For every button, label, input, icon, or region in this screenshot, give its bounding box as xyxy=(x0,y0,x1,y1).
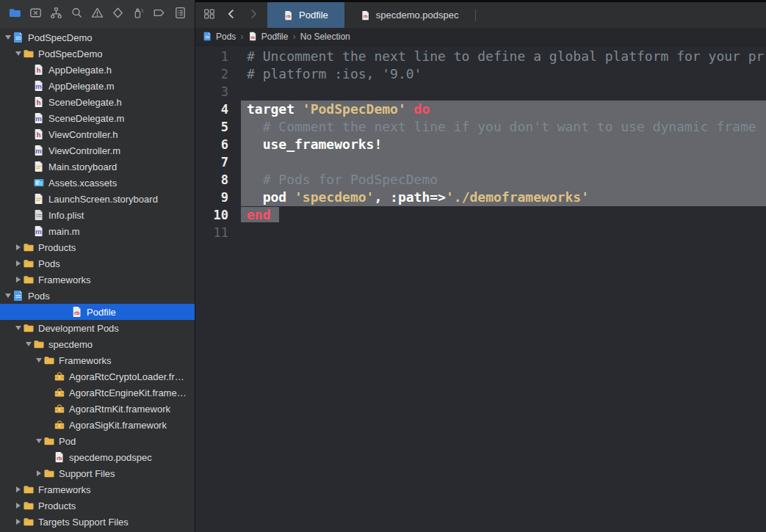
code-line-10[interactable]: 10end xyxy=(195,206,766,224)
tab-podfile[interactable]: rbPodfile xyxy=(267,2,344,28)
token-plain xyxy=(406,101,414,117)
tree-item-main-storyboard[interactable]: Main.storyboard xyxy=(0,158,195,175)
test-navigator-button[interactable] xyxy=(109,5,127,23)
tree-item-development-pods[interactable]: Development Pods xyxy=(0,320,195,336)
tree-item-appdelegate-m[interactable]: mAppDelegate.m xyxy=(0,78,195,94)
tree-item-label: Targets Support Files xyxy=(38,517,129,528)
code-line-1[interactable]: 1# Uncomment the next line to define a g… xyxy=(195,48,766,65)
tree-item-specdemo-podspec[interactable]: rbspecdemo.podspec xyxy=(0,449,195,465)
tree-item-appdelegate-h[interactable]: hAppDelegate.h xyxy=(0,62,195,78)
tree-item-products[interactable]: Products xyxy=(0,239,195,255)
project-navigator-button[interactable] xyxy=(6,5,24,23)
svg-text:rb: rb xyxy=(286,13,291,18)
framework-icon xyxy=(54,387,65,398)
disclosure-closed-icon[interactable] xyxy=(13,503,23,509)
disclosure-open-icon[interactable] xyxy=(3,35,12,40)
project-icon xyxy=(12,290,24,302)
breakpoint-navigator-button[interactable] xyxy=(151,5,168,23)
project-icon xyxy=(12,32,24,43)
hierarchy-navigator-button[interactable] xyxy=(47,5,65,23)
tree-item-targets-support-files[interactable]: Targets Support Files xyxy=(0,514,195,530)
tree-item-agorartmkit-framework[interactable]: AgoraRtmKit.framework xyxy=(0,401,195,417)
code-line-content: target 'PodSpecDemo' do xyxy=(241,101,766,118)
tree-item-pods[interactable]: Pods xyxy=(0,255,195,272)
ruby-file-icon: rb xyxy=(71,306,83,318)
disclosure-open-icon[interactable] xyxy=(34,358,43,362)
tree-item-frameworks[interactable]: Frameworks xyxy=(0,481,195,498)
go-back-button[interactable] xyxy=(222,7,241,24)
tab-divider xyxy=(475,10,476,21)
svg-text:rb: rb xyxy=(74,310,79,316)
code-line-4[interactable]: 4target 'PodSpecDemo' do xyxy=(195,101,766,118)
tree-item-label: AppDelegate.m xyxy=(48,81,115,92)
disclosure-open-icon[interactable] xyxy=(13,326,23,330)
chevron-right-icon xyxy=(247,7,260,23)
plist-icon xyxy=(33,209,45,221)
tree-item-scenedelegate-m[interactable]: mSceneDelegate.m xyxy=(0,110,195,126)
tree-item-assets-xcassets[interactable]: Assets.xcassets xyxy=(0,175,195,191)
tree-item-podfile[interactable]: rbPodfile xyxy=(0,304,195,320)
tree-item-frameworks[interactable]: Frameworks xyxy=(0,352,195,368)
disclosure-closed-icon[interactable] xyxy=(13,519,23,525)
issue-navigator-button[interactable] xyxy=(89,5,106,23)
tree-item-label: Assets.xcassets xyxy=(48,178,117,189)
tree-item-agorartccryptoloader-fr-[interactable]: AgoraRtcCryptoLoader.fr… xyxy=(0,368,195,385)
svg-text:h: h xyxy=(37,98,41,106)
disclosure-closed-icon[interactable] xyxy=(13,487,23,492)
tab-label: Podfile xyxy=(299,10,328,21)
tree-item-main-m[interactable]: mmain.m xyxy=(0,223,195,239)
tree-item-label: Products xyxy=(38,500,76,511)
tree-item-scenedelegate-h[interactable]: hSceneDelegate.h xyxy=(0,94,195,110)
tree-item-label: ViewController.m xyxy=(48,145,120,156)
tree-item-agorasigkit-framework[interactable]: AgoraSigKit.framework xyxy=(0,417,195,433)
tree-item-viewcontroller-m[interactable]: mViewController.m xyxy=(0,142,195,158)
disclosure-open-icon[interactable] xyxy=(24,342,33,346)
tab-specdemo-podspec[interactable]: rbspecdemo.podspec xyxy=(344,2,475,28)
tree-item-viewcontroller-h[interactable]: hViewController.h xyxy=(0,126,195,142)
code-line-3[interactable]: 3 xyxy=(195,83,766,101)
svg-text:rb: rb xyxy=(57,456,62,461)
tree-item-products[interactable]: Products xyxy=(0,498,195,514)
code-line-9[interactable]: 9 pod 'specdemo', :path=>'./demoframewor… xyxy=(195,189,766,206)
tree-item-podspecdemo[interactable]: PodSpecDemo xyxy=(0,29,195,45)
related-items-button[interactable] xyxy=(200,7,219,24)
disclosure-closed-icon[interactable] xyxy=(13,244,23,250)
disclosure-closed-icon[interactable] xyxy=(34,470,43,476)
diamond-icon xyxy=(111,6,125,22)
file-h-icon: h xyxy=(33,64,45,76)
code-line-6[interactable]: 6 use_frameworks! xyxy=(195,136,766,153)
tree-item-podspecdemo[interactable]: PodSpecDemo xyxy=(0,45,195,62)
code-line-5[interactable]: 5 # Comment the next line if you don't w… xyxy=(195,118,766,136)
code-line-11[interactable]: 11 xyxy=(195,224,766,241)
report-navigator-button[interactable] xyxy=(171,5,189,23)
debug-navigator-button[interactable] xyxy=(130,5,148,23)
disclosure-closed-icon[interactable] xyxy=(13,277,23,283)
breadcrumb-item-pods[interactable]: Pods xyxy=(203,32,236,42)
tree-item-launchscreen-storyboard[interactable]: LaunchScreen.storyboard xyxy=(0,191,195,207)
disclosure-closed-icon[interactable] xyxy=(13,260,23,266)
disclosure-open-icon[interactable] xyxy=(3,294,12,298)
disclosure-open-icon[interactable] xyxy=(34,439,43,443)
tree-item-pod[interactable]: Pod xyxy=(0,433,195,449)
folder-icon xyxy=(23,500,35,511)
tree-item-label: LaunchScreen.storyboard xyxy=(48,194,158,205)
symbol-navigator-button[interactable] xyxy=(26,5,44,23)
tree-item-agorartcenginekit-frame-[interactable]: AgoraRtcEngineKit.frame… xyxy=(0,385,195,401)
code-line-8[interactable]: 8 # Pods for PodSpecDemo xyxy=(195,171,766,189)
tree-item-pods[interactable]: Pods xyxy=(0,288,195,304)
breadcrumb-item-no-selection[interactable]: No Selection xyxy=(300,32,350,42)
tree-item-info-plist[interactable]: Info.plist xyxy=(0,207,195,223)
tree-item-label: specdemo xyxy=(48,339,93,350)
svg-text:h: h xyxy=(37,131,41,139)
tree-item-specdemo[interactable]: specdemo xyxy=(0,336,195,352)
disclosure-open-icon[interactable] xyxy=(13,51,23,56)
tree-item-label: AgoraRtcCryptoLoader.fr… xyxy=(69,371,184,382)
code-editor[interactable]: 1# Uncomment the next line to define a g… xyxy=(195,45,766,532)
tree-item-support-files[interactable]: Support Files xyxy=(0,465,195,481)
code-line-7[interactable]: 7 xyxy=(195,153,766,171)
tree-item-frameworks[interactable]: Frameworks xyxy=(0,272,195,288)
find-navigator-button[interactable] xyxy=(68,5,85,23)
breadcrumb-item-podfile[interactable]: rbPodfile xyxy=(248,32,289,42)
code-line-2[interactable]: 2# platform :ios, '9.0' xyxy=(195,65,766,83)
tree-item-label: Products xyxy=(38,242,76,253)
